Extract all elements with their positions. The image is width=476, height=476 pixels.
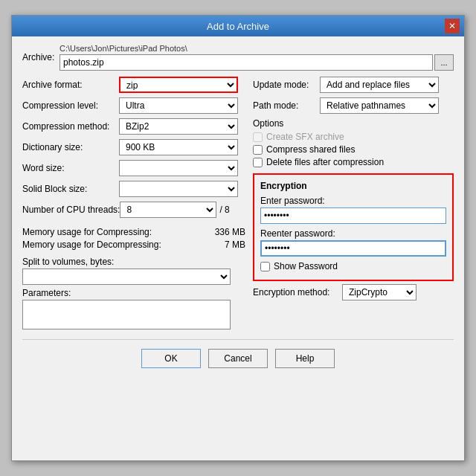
show-password-row: Show Password bbox=[260, 261, 446, 271]
compression-method-label: Compression method: bbox=[22, 121, 119, 132]
cancel-button[interactable]: Cancel bbox=[208, 349, 268, 368]
memory-compress-value: 336 MB bbox=[201, 227, 245, 237]
sfx-row: Create SFX archive bbox=[253, 132, 454, 142]
format-row: Archive format: zip rar 7z tar bbox=[22, 77, 245, 93]
enc-method-label: Encryption method: bbox=[253, 287, 342, 298]
memory-decompress-row: Memory usage for Decompressing: 7 MB bbox=[22, 239, 245, 250]
solid-block-row: Solid Block size: bbox=[22, 181, 245, 197]
memory-compress-row: Memory usage for Compressing: 336 MB bbox=[22, 227, 245, 237]
enter-password-label: Enter password: bbox=[260, 196, 446, 206]
dictionary-size-row: Dictionary size: 900 KB 1 MB 4 MB bbox=[22, 139, 245, 155]
browse-button[interactable]: ... bbox=[434, 54, 454, 71]
enc-method-select[interactable]: ZipCrypto AES-256 bbox=[342, 284, 416, 300]
options-group: Options Create SFX archive Compress shar… bbox=[253, 118, 454, 167]
parameters-row: Parameters: bbox=[22, 288, 245, 332]
close-button[interactable]: ✕ bbox=[445, 19, 460, 33]
archive-label: Archive: bbox=[22, 52, 60, 62]
path-mode-row: Path mode: Relative pathnames No pathnam… bbox=[253, 97, 454, 114]
compression-method-row: Compression method: BZip2 Deflate Store bbox=[22, 118, 245, 135]
reenter-password-input[interactable] bbox=[260, 240, 446, 257]
add-to-archive-dialog: Add to Archive ✕ Archive: C:\Users\Jon\P… bbox=[11, 15, 465, 461]
options-title: Options bbox=[253, 118, 454, 129]
path-mode-select[interactable]: Relative pathnames No pathnames bbox=[320, 97, 439, 114]
cpu-threads-label: Number of CPU threads: bbox=[22, 205, 120, 215]
format-label: Archive format: bbox=[22, 80, 119, 90]
memory-compress-label: Memory usage for Compressing: bbox=[22, 227, 201, 237]
archive-row: Archive: C:\Users\Jon\Pictures\iPad Phot… bbox=[22, 44, 454, 71]
parameters-input[interactable] bbox=[22, 300, 231, 329]
enter-password-input[interactable] bbox=[260, 208, 446, 224]
split-label: Split to volumes, bytes: bbox=[22, 257, 114, 267]
show-password-label: Show Password bbox=[274, 261, 338, 271]
sfx-checkbox[interactable] bbox=[253, 132, 263, 142]
encryption-title: Encryption bbox=[260, 181, 446, 191]
parameters-label: Parameters: bbox=[22, 288, 71, 298]
path-mode-label: Path mode: bbox=[253, 100, 320, 111]
cpu-threads-select[interactable]: 8 bbox=[120, 202, 216, 218]
compress-shared-checkbox[interactable] bbox=[253, 145, 263, 155]
compression-method-select[interactable]: BZip2 Deflate Store bbox=[119, 118, 238, 135]
compression-level-row: Compression level: Ultra Best Normal bbox=[22, 97, 245, 114]
memory-decompress-value: 7 MB bbox=[201, 239, 245, 250]
update-mode-label: Update mode: bbox=[253, 80, 320, 90]
solid-block-label: Solid Block size: bbox=[22, 184, 119, 194]
update-mode-row: Update mode: Add and replace files Updat… bbox=[253, 77, 454, 93]
word-size-label: Word size: bbox=[22, 163, 119, 173]
solid-block-select[interactable] bbox=[119, 181, 238, 197]
archive-path-input[interactable] bbox=[60, 54, 433, 71]
dictionary-size-label: Dictionary size: bbox=[22, 142, 119, 152]
compression-level-select[interactable]: Ultra Best Normal bbox=[119, 97, 238, 114]
format-select[interactable]: zip rar 7z tar bbox=[119, 77, 238, 93]
enc-method-row: Encryption method: ZipCrypto AES-256 bbox=[253, 284, 454, 300]
compress-shared-row: Compress shared files bbox=[253, 144, 454, 155]
dialog-title: Add to Archive bbox=[31, 21, 445, 32]
update-mode-select[interactable]: Add and replace files Update and add fil… bbox=[320, 77, 439, 93]
delete-after-checkbox[interactable] bbox=[253, 158, 263, 167]
title-bar: Add to Archive ✕ bbox=[12, 16, 464, 36]
button-row: OK Cancel Help bbox=[22, 339, 454, 376]
archive-path-top: C:\Users\Jon\Pictures\iPad Photos\ bbox=[60, 44, 454, 53]
memory-decompress-label: Memory usage for Decompressing: bbox=[22, 239, 201, 250]
cpu-max: / 8 bbox=[219, 205, 229, 215]
word-size-select[interactable] bbox=[119, 160, 238, 176]
help-button[interactable]: Help bbox=[275, 349, 335, 368]
compression-level-label: Compression level: bbox=[22, 100, 119, 111]
delete-after-label: Delete files after compression bbox=[266, 157, 384, 167]
compress-shared-label: Compress shared files bbox=[266, 144, 355, 155]
ok-button[interactable]: OK bbox=[141, 349, 201, 368]
encryption-box: Encryption Enter password: Reenter passw… bbox=[253, 173, 454, 281]
dictionary-size-select[interactable]: 900 KB 1 MB 4 MB bbox=[119, 139, 238, 155]
split-row: Split to volumes, bytes: bbox=[22, 257, 245, 285]
sfx-label: Create SFX archive bbox=[266, 132, 344, 142]
delete-after-row: Delete files after compression bbox=[253, 157, 454, 167]
show-password-checkbox[interactable] bbox=[260, 262, 270, 271]
split-select[interactable] bbox=[22, 268, 231, 285]
reenter-password-label: Reenter password: bbox=[260, 228, 446, 239]
cpu-threads-row: Number of CPU threads: 8 / 8 bbox=[22, 202, 245, 218]
word-size-row: Word size: bbox=[22, 160, 245, 176]
